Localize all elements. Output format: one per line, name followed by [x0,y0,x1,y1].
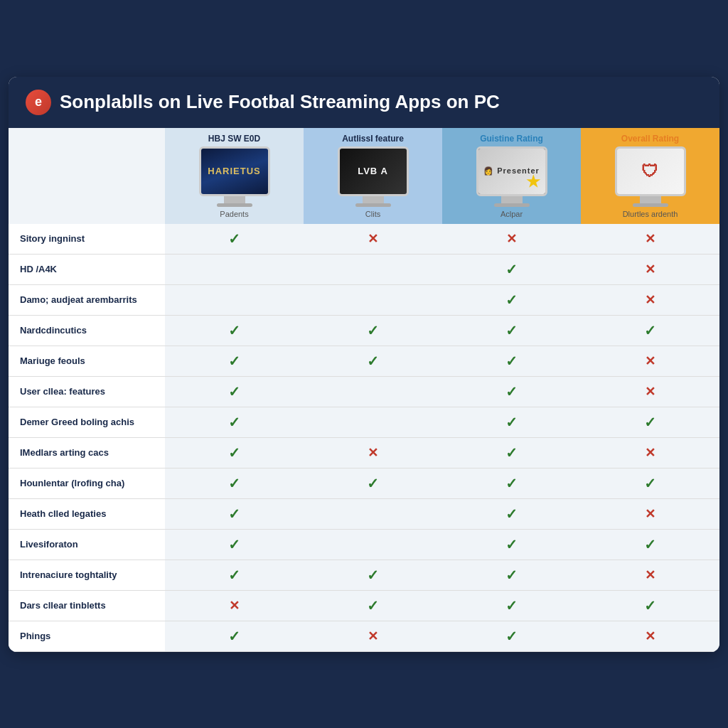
col1-cell [165,284,304,315]
cross-icon: ✕ [645,568,655,582]
column-header-row: HBJ SW E0D HARIETUS Padents AutlissI [9,128,719,224]
col1-cell: ✓ [165,468,304,498]
col2-cell: ✕ [304,224,442,255]
check-icon: ✓ [228,231,240,247]
cross-icon: ✕ [645,385,655,399]
table-row: HD /A4K✓✕ [9,254,719,284]
check-icon: ✓ [644,598,656,614]
check-icon: ✓ [228,537,240,552]
table-row: Intrenaciure toghtality✓✓✓✕ [9,560,719,590]
table-row: Dars cllear tinbletts✕✓✓✓ [9,590,719,621]
col3-header: Guistine Rating 👩 Presenter ★ Aclpar [442,128,581,224]
check-icon: ✓ [228,506,240,522]
check-icon: ✓ [505,292,518,308]
col4-cell: ✕ [581,224,719,255]
col1-monitor-image: HARIETUS [201,149,268,194]
col2-cell: ✕ [304,621,442,651]
col2-cell [304,407,442,437]
check-icon: ✓ [505,598,518,614]
col1-monitor: HARIETUS [199,146,270,196]
check-icon: ✓ [505,445,518,461]
main-container: e Sonplablls on Live Footbal Streaming A… [9,77,719,652]
col1-stand [224,196,245,203]
cross-icon: ✕ [368,629,378,643]
col3-cell: ✓ [442,529,581,560]
col4-monitor-image: 🛡 [617,149,684,194]
feature-cell: Phings [9,621,165,651]
col4-cell: ✓ [581,590,719,621]
col2-stand [363,196,384,203]
check-icon: ✓ [367,323,379,338]
col2-header: AutlissI feature LVB A Clits [304,128,442,224]
col3-monitor: 👩 Presenter ★ [476,146,547,196]
check-icon: ✓ [367,353,379,369]
feature-cell: Nardcdincutics [9,315,165,346]
header-icon: e [26,90,51,115]
feature-cell: User cllea: features [9,376,165,407]
col2-monitor-container: AutlissI feature LVB A Clits [306,134,439,218]
col4-monitor-container: Overall Rating 🛡 Dlurtles ardenth [584,134,717,218]
col4-cell: ✕ [581,346,719,376]
feature-cell: Damo; audjeat arembarrits [9,284,165,315]
table-row: Livesiforaton✓✓✓ [9,529,719,560]
col1-cell: ✓ [165,376,304,407]
col2-cell: ✓ [304,560,442,590]
check-icon: ✓ [505,537,518,552]
check-icon: ✓ [505,384,518,400]
col2-cell [304,498,442,529]
col4-cell: ✕ [581,621,719,651]
table-row: Heath clled legaties✓✓✕ [9,498,719,529]
col1-cell: ✓ [165,621,304,651]
cross-icon: ✕ [645,293,655,307]
check-icon: ✓ [505,476,518,491]
table-row: User cllea: features✓✓✕ [9,376,719,407]
cross-icon: ✕ [645,629,655,643]
check-icon: ✓ [644,323,656,338]
check-icon: ✓ [228,476,240,491]
col1-cell: ✓ [165,560,304,590]
feature-cell: Livesiforaton [9,529,165,560]
col2-cell [304,284,442,315]
check-icon: ✓ [228,353,240,369]
col4-base [633,203,668,207]
check-icon: ✓ [505,323,518,338]
feature-cell: Hounlentar (lrofing cha) [9,468,165,498]
table-row: Nardcdincutics✓✓✓✓ [9,315,719,346]
col4-cell: ✓ [581,407,719,437]
col2-cell [304,254,442,284]
check-icon: ✓ [228,414,240,430]
col4-header: Overall Rating 🛡 Dlurtles ardenth [581,128,719,224]
col1-cell: ✓ [165,498,304,529]
check-icon: ✓ [644,537,656,552]
check-icon: ✓ [505,506,518,522]
col4-cell: ✕ [581,498,719,529]
cross-icon: ✕ [645,232,655,246]
check-icon: ✓ [505,628,518,644]
col1-cell: ✓ [165,315,304,346]
col3-cell: ✓ [442,376,581,407]
table-row: Damo; audjeat arembarrits✓✕ [9,284,719,315]
col3-cell: ✓ [442,468,581,498]
col2-cell: ✓ [304,315,442,346]
col3-cell: ✓ [442,437,581,468]
comparison-table-wrapper: HBJ SW E0D HARIETUS Padents AutlissI [9,128,719,652]
col3-base [494,203,530,207]
col1-cell: ✓ [165,346,304,376]
check-icon: ✓ [228,384,240,400]
cross-icon: ✕ [645,446,655,460]
col3-sub-label: Aclpar [500,210,523,218]
table-row: Hounlentar (lrofing cha)✓✓✓✓ [9,468,719,498]
col3-cell: ✓ [442,346,581,376]
check-icon: ✓ [367,476,379,491]
cross-icon: ✕ [368,232,378,246]
star-icon: ★ [526,173,541,191]
check-icon: ✓ [228,445,240,461]
col3-cell: ✓ [442,590,581,621]
feature-cell: HD /A4K [9,254,165,284]
check-icon: ✓ [505,414,518,430]
col2-cell: ✓ [304,590,442,621]
col1-cell: ✓ [165,407,304,437]
col2-monitor: LVB A [338,146,409,196]
col1-cell: ✕ [165,590,304,621]
shield-icon: 🛡 [641,161,659,181]
